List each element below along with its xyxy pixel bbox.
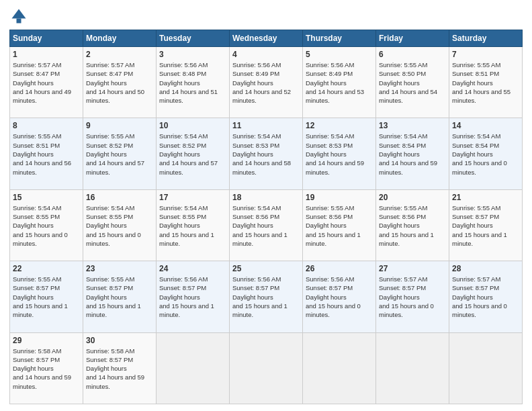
daylight-label: Daylight hours [452,293,493,301]
sunrise: Sunrise: 5:55 AM [13,132,61,140]
daylight-duration: and 15 hours and 0 minutes. [306,302,361,318]
daylight-duration: and 14 hours and 54 minutes. [379,88,437,104]
daylight-duration: and 15 hours and 1 minute. [159,231,214,247]
daylight-label: Daylight hours [13,365,54,372]
calendar-cell: 20 Sunrise: 5:55 AM Sunset: 8:56 PM Dayl… [376,189,449,261]
day-info: Sunrise: 5:56 AM Sunset: 8:57 PM Dayligh… [232,275,300,319]
sunrise: Sunrise: 5:58 AM [13,347,61,355]
week-row-1: 1 Sunrise: 5:57 AM Sunset: 8:47 PM Dayli… [10,47,523,118]
sunrise: Sunrise: 5:54 AM [159,204,208,212]
week-row-4: 22 Sunrise: 5:55 AM Sunset: 8:57 PM Dayl… [10,261,523,332]
day-number: 18 [232,193,300,202]
daylight-label: Daylight hours [452,150,493,158]
sunset: Sunset: 8:48 PM [159,70,206,77]
daylight-duration: and 15 hours and 1 minute. [232,302,287,318]
calendar-cell: 2 Sunrise: 5:57 AM Sunset: 8:47 PM Dayli… [83,47,157,118]
day-info: Sunrise: 5:54 AM Sunset: 8:53 PM Dayligh… [232,132,300,176]
col-header-saturday: Saturday [449,30,523,47]
col-header-thursday: Thursday [303,30,376,47]
daylight-duration: and 15 hours and 0 minutes. [379,302,434,318]
sunset: Sunset: 8:51 PM [13,142,60,149]
daylight-duration: and 14 hours and 59 minutes. [86,373,144,390]
sunset: Sunset: 8:57 PM [452,213,499,220]
sunrise: Sunrise: 5:56 AM [159,61,208,68]
calendar-cell: 17 Sunrise: 5:54 AM Sunset: 8:55 PM Dayl… [157,189,230,261]
day-info: Sunrise: 5:55 AM Sunset: 8:57 PM Dayligh… [86,275,153,319]
logo-icon [9,7,28,26]
col-header-tuesday: Tuesday [157,30,230,47]
daylight-duration: and 15 hours and 0 minutes. [452,159,507,175]
sunset: Sunset: 8:57 PM [13,356,60,363]
day-info: Sunrise: 5:54 AM Sunset: 8:56 PM Dayligh… [232,203,300,248]
calendar-cell: 5 Sunrise: 5:56 AM Sunset: 8:49 PM Dayli… [303,47,376,118]
day-info: Sunrise: 5:54 AM Sunset: 8:55 PM Dayligh… [159,203,226,248]
daylight-duration: and 14 hours and 50 minutes. [86,88,144,104]
sunrise: Sunrise: 5:55 AM [86,275,134,283]
sunset: Sunset: 8:50 PM [379,70,426,77]
day-number: 24 [159,264,226,273]
sunset: Sunset: 8:57 PM [232,284,279,291]
sunrise: Sunrise: 5:55 AM [86,132,134,140]
daylight-duration: and 15 hours and 1 minute. [13,302,68,318]
daylight-label: Daylight hours [13,293,54,301]
sunset: Sunset: 8:54 PM [379,142,426,149]
calendar-cell: 29 Sunrise: 5:58 AM Sunset: 8:57 PM Dayl… [10,332,83,404]
day-info: Sunrise: 5:56 AM Sunset: 8:57 PM Dayligh… [159,275,226,319]
sunset: Sunset: 8:55 PM [13,213,60,220]
day-info: Sunrise: 5:54 AM Sunset: 8:54 PM Dayligh… [452,132,519,176]
day-info: Sunrise: 5:55 AM Sunset: 8:56 PM Dayligh… [379,203,446,248]
daylight-label: Daylight hours [232,150,273,158]
daylight-label: Daylight hours [306,293,347,301]
day-info: Sunrise: 5:54 AM Sunset: 8:52 PM Dayligh… [159,132,226,176]
daylight-duration: and 14 hours and 55 minutes. [452,88,511,104]
calendar-cell: 7 Sunrise: 5:55 AM Sunset: 8:51 PM Dayli… [449,47,523,118]
daylight-label: Daylight hours [306,222,347,229]
day-info: Sunrise: 5:55 AM Sunset: 8:50 PM Dayligh… [379,60,446,105]
sunset: Sunset: 8:57 PM [306,284,353,291]
sunrise: Sunrise: 5:54 AM [379,132,427,140]
daylight-label: Daylight hours [452,222,493,229]
sunrise: Sunrise: 5:57 AM [379,275,427,283]
calendar-cell [230,332,303,404]
sunrise: Sunrise: 5:55 AM [452,204,500,212]
daylight-duration: and 14 hours and 52 minutes. [232,88,291,104]
daylight-label: Daylight hours [379,79,420,87]
daylight-duration: and 14 hours and 56 minutes. [13,159,71,175]
sunrise: Sunrise: 5:57 AM [86,61,134,68]
daylight-label: Daylight hours [379,150,420,158]
col-header-sunday: Sunday [10,30,83,47]
sunrise: Sunrise: 5:54 AM [13,204,61,212]
sunset: Sunset: 8:52 PM [86,142,133,149]
page: SundayMondayTuesdayWednesdayThursdayFrid… [0,0,532,411]
daylight-duration: and 14 hours and 59 minutes. [379,159,437,175]
calendar-cell: 11 Sunrise: 5:54 AM Sunset: 8:53 PM Dayl… [230,118,303,189]
sunset: Sunset: 8:55 PM [86,213,133,220]
sunrise: Sunrise: 5:54 AM [306,132,354,140]
day-number: 6 [379,50,446,59]
day-number: 27 [379,264,446,273]
sunrise: Sunrise: 5:57 AM [452,275,500,283]
calendar-cell: 24 Sunrise: 5:56 AM Sunset: 8:57 PM Dayl… [157,261,230,332]
sunrise: Sunrise: 5:56 AM [306,61,354,68]
calendar-cell: 13 Sunrise: 5:54 AM Sunset: 8:54 PM Dayl… [376,118,449,189]
daylight-duration: and 14 hours and 57 minutes. [86,159,144,175]
calendar-cell: 14 Sunrise: 5:54 AM Sunset: 8:54 PM Dayl… [449,118,523,189]
daylight-label: Daylight hours [232,79,273,87]
daylight-label: Daylight hours [232,222,273,229]
day-number: 28 [452,264,519,273]
week-row-5: 29 Sunrise: 5:58 AM Sunset: 8:57 PM Dayl… [10,332,523,404]
day-number: 20 [379,193,446,202]
day-number: 2 [86,50,153,59]
day-info: Sunrise: 5:56 AM Sunset: 8:57 PM Dayligh… [306,275,373,319]
sunset: Sunset: 8:47 PM [86,70,133,77]
daylight-duration: and 14 hours and 59 minutes. [13,373,71,390]
day-info: Sunrise: 5:56 AM Sunset: 8:49 PM Dayligh… [232,60,300,105]
day-info: Sunrise: 5:55 AM Sunset: 8:56 PM Dayligh… [306,203,373,248]
daylight-label: Daylight hours [159,222,200,229]
day-number: 21 [452,193,519,202]
day-number: 12 [306,121,373,130]
daylight-label: Daylight hours [86,222,127,229]
daylight-duration: and 14 hours and 51 minutes. [159,88,218,104]
col-header-wednesday: Wednesday [230,30,303,47]
sunset: Sunset: 8:49 PM [306,70,353,77]
